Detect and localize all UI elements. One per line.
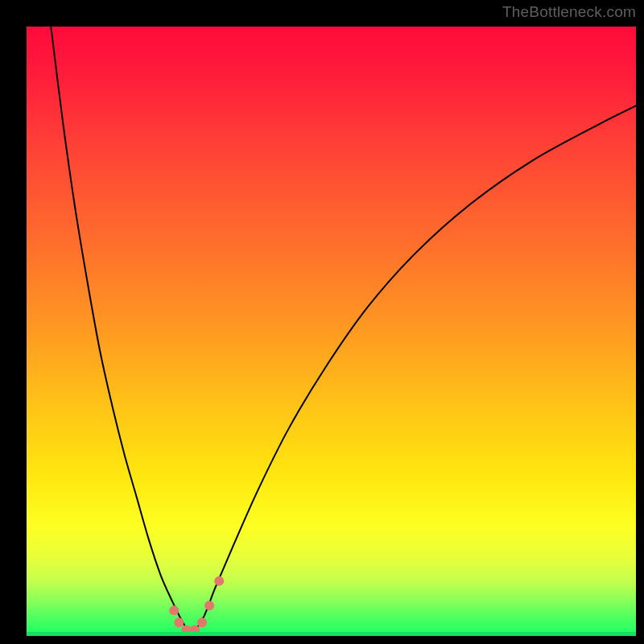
watermark-text: TheBottleneck.com <box>502 3 636 21</box>
bottleneck-curve <box>51 27 636 633</box>
bottleneck-dot <box>197 617 207 627</box>
bottleneck-dot <box>181 625 191 634</box>
bottleneck-dot <box>214 576 224 586</box>
bottleneck-dot <box>174 617 184 627</box>
curve-svg <box>27 27 636 636</box>
chart-frame: TheBottleneck.com <box>0 0 644 644</box>
bottleneck-dot <box>190 625 200 634</box>
bottleneck-dot <box>204 601 214 610</box>
plot-area <box>27 27 636 636</box>
bottleneck-dot <box>169 605 179 615</box>
